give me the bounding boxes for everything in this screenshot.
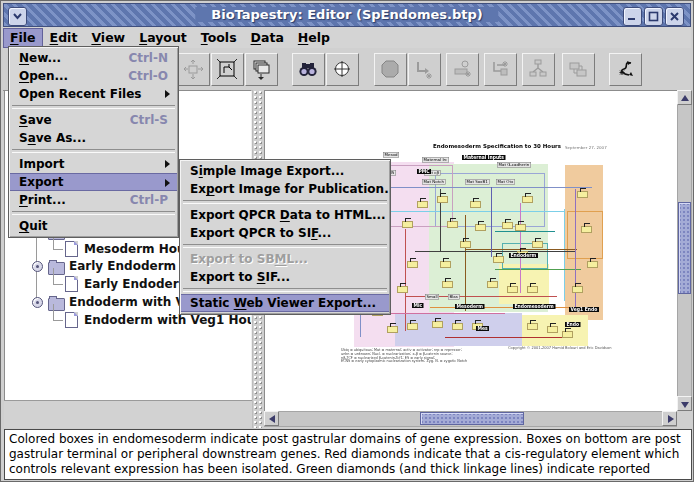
menu-item-save[interactable]: SaveCtrl-S	[10, 111, 177, 129]
tree-expand-handle[interactable]	[32, 261, 43, 272]
menu-file[interactable]: File	[3, 28, 43, 48]
menu-item-export-to-sbml[interactable]: Export to SBML...	[181, 250, 389, 268]
add-network-button[interactable]	[522, 53, 555, 86]
menu-item-new[interactable]: New...Ctrl-N	[10, 49, 177, 67]
menu-item-export-to-sif[interactable]: Export to SIF...	[181, 268, 389, 286]
diagram-gene	[527, 323, 538, 330]
menu-edit[interactable]: Edit	[43, 28, 85, 48]
diagram-territory-label: Mic	[412, 303, 424, 308]
add-link-icon	[413, 58, 435, 80]
mnemonic-underline: Q	[19, 219, 29, 233]
maximize-icon	[647, 10, 660, 23]
mnemonic-underline: M	[275, 252, 287, 266]
menu-layout[interactable]: Layout	[132, 28, 194, 48]
menu-item-open[interactable]: Open...Ctrl-O	[10, 67, 177, 85]
mnemonic-underline: S	[19, 113, 28, 127]
close-button[interactable]	[665, 7, 684, 26]
accelerator-label: Ctrl-S	[130, 111, 168, 129]
menu-item-export-qpcr-to-sif[interactable]: Export QPCR to SIF...	[181, 224, 389, 242]
menu-item-static-web-viewer-export[interactable]: Static Web Viewer Export...	[181, 294, 389, 312]
zoom-model-icon	[216, 58, 238, 80]
diagram-link	[360, 187, 592, 188]
center-arrows-icon	[182, 58, 204, 80]
menu-separator	[12, 211, 175, 215]
draw-link-button[interactable]	[609, 53, 642, 86]
octagon-icon	[379, 58, 401, 80]
horizontal-scroll-thumb[interactable]	[420, 412, 524, 425]
diagram-input-box: Mat SoxB1	[465, 179, 489, 185]
menu-data[interactable]: Data	[244, 28, 291, 48]
mnemonic-underline: F	[10, 30, 19, 45]
scroll-right-button[interactable]	[662, 411, 677, 426]
diagram-link	[405, 229, 406, 331]
minimize-button[interactable]	[623, 7, 642, 26]
document-icon	[65, 241, 78, 257]
mnemonic-underline: N	[19, 51, 29, 65]
add-overlay-button[interactable]	[562, 53, 595, 86]
binoculars-icon	[297, 58, 319, 80]
diagram-gene	[502, 222, 513, 229]
menu-separator	[183, 200, 387, 204]
scroll-left-button[interactable]	[264, 411, 279, 426]
add-link-button[interactable]	[408, 53, 441, 86]
menu-item-save-as[interactable]: Save As...	[10, 129, 177, 147]
vertical-scrollbar[interactable]	[677, 90, 692, 411]
mnemonic-underline: a	[28, 131, 36, 145]
menu-item-export-qpcr-data-to-html[interactable]: Export QPCR Data to HTML...	[181, 206, 389, 224]
submenu-arrow-icon	[165, 160, 170, 168]
mnemonic-underline: S	[257, 270, 266, 284]
tree-expand-handle[interactable]	[32, 297, 43, 308]
window-menu-button[interactable]	[8, 7, 27, 26]
horizontal-scrollbar[interactable]	[264, 411, 677, 427]
chevron-down-icon	[11, 10, 24, 23]
mnemonic-underline: i	[199, 164, 203, 178]
mnemonic-underline: P	[19, 193, 28, 207]
add-gene-button[interactable]	[446, 53, 479, 86]
diagram-gene	[493, 256, 504, 263]
scroll-down-button[interactable]	[677, 396, 692, 411]
menu-help[interactable]: Help	[291, 28, 337, 48]
menu-item-import[interactable]: Import	[10, 155, 177, 173]
menu-item-simple-image-export[interactable]: Simple Image Export...	[181, 162, 389, 180]
zoom-center-button[interactable]	[177, 53, 210, 86]
zoom-to-model-button[interactable]	[211, 53, 244, 86]
diagram-link	[465, 215, 466, 311]
menu-item-export[interactable]: Export	[10, 173, 177, 191]
center-on-target-button[interactable]	[326, 53, 359, 86]
menu-item-print[interactable]: Print...Ctrl-P	[10, 191, 177, 209]
diagram-gene	[507, 286, 518, 293]
diagram-gene	[417, 201, 428, 208]
menu-item-export-image-for-publication[interactable]: Export Image for Publication...	[181, 180, 389, 198]
cancel-add-button[interactable]	[374, 53, 407, 86]
add-tree-icon	[527, 58, 549, 80]
diagram-input-box: Small	[425, 294, 439, 300]
scroll-up-button[interactable]	[677, 90, 692, 105]
diagram-gene	[487, 281, 498, 288]
diagram-gene	[407, 261, 418, 268]
menu-item-quit[interactable]: Quit	[10, 217, 177, 235]
diagram-link	[415, 251, 575, 252]
search-button[interactable]	[292, 53, 325, 86]
zoom-all-models-button[interactable]	[245, 53, 278, 86]
file-menu: New...Ctrl-NOpen...Ctrl-OOpen Recent Fil…	[8, 46, 179, 238]
mnemonic-underline: V	[91, 30, 100, 45]
title-bar: BioTapestry: Editor (SpEndomes.btp)	[3, 3, 691, 27]
diagram-input-box: Maternal In:	[422, 157, 449, 163]
diagram-gene	[447, 221, 458, 228]
diagram-link	[491, 187, 492, 257]
menu-view[interactable]: View	[84, 28, 132, 48]
diagram-gene	[470, 201, 481, 208]
maximize-button[interactable]	[644, 7, 663, 26]
diagram-gene	[527, 286, 538, 293]
message-line: gastrular terminal or peripheral downstr…	[9, 447, 687, 462]
add-node-button[interactable]	[484, 53, 517, 86]
diagram-gene	[532, 241, 543, 248]
diagram-gene	[397, 286, 408, 293]
menu-tools[interactable]: Tools	[194, 28, 244, 48]
menu-item-open-recent-files[interactable]: Open Recent Files	[10, 85, 177, 103]
curve-link-icon	[614, 58, 636, 80]
diagram-gene	[572, 286, 583, 293]
diagram-territory-label: Endo	[565, 322, 581, 327]
vertical-scroll-thumb[interactable]	[678, 202, 691, 294]
application-window: BioTapestry: Editor (SpEndomes.btp) File…	[0, 0, 694, 482]
